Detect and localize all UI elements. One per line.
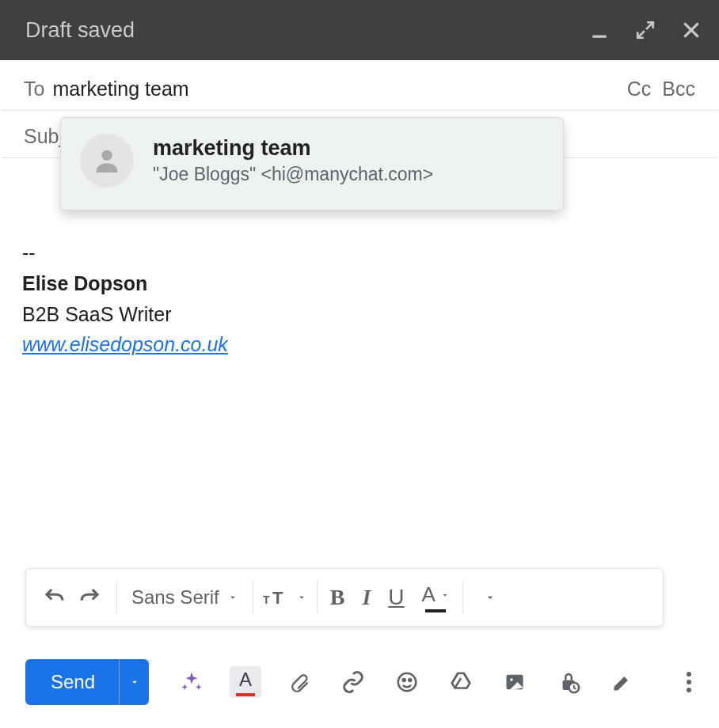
window-title: Draft saved: [25, 18, 135, 43]
svg-point-6: [409, 679, 411, 681]
color-bar: [425, 609, 446, 612]
font-family-label: Sans Serif: [131, 586, 219, 609]
undo-button[interactable]: [37, 580, 72, 615]
send-group: Send: [25, 659, 149, 705]
signature-title: B2B SaaS Writer: [22, 299, 697, 330]
sparkle-icon[interactable]: [176, 666, 207, 698]
separator: [317, 581, 318, 614]
text-color-tool[interactable]: A: [230, 666, 261, 698]
svg-point-8: [510, 678, 513, 681]
window-titlebar: Draft saved: [0, 0, 719, 60]
color-bar: [236, 693, 255, 696]
chevron-down-icon: [129, 677, 140, 688]
insert-signature-button[interactable]: [607, 666, 638, 698]
attach-file-button[interactable]: [283, 666, 315, 698]
confidential-mode-button[interactable]: [553, 666, 584, 698]
svg-point-13: [687, 688, 691, 692]
separator: [116, 581, 117, 614]
signature-separator: --: [22, 237, 697, 268]
italic-button[interactable]: I: [362, 585, 371, 610]
svg-point-4: [398, 673, 417, 692]
minimize-icon[interactable]: [589, 20, 610, 40]
send-options-button[interactable]: [119, 659, 149, 705]
font-size-select[interactable]: T T: [263, 586, 307, 609]
insert-photo-button[interactable]: [499, 666, 531, 698]
insert-emoji-button[interactable]: [391, 666, 423, 698]
formatting-toolbar: Sans Serif T T B I U A: [25, 568, 664, 627]
svg-text:T: T: [263, 593, 270, 606]
more-options-button[interactable]: [673, 666, 705, 698]
chevron-down-icon: [227, 592, 238, 603]
bold-button[interactable]: B: [330, 585, 345, 610]
text-color-letter: A: [422, 582, 436, 607]
more-formatting-button[interactable]: [473, 580, 508, 615]
text-size-icon: T T: [263, 586, 291, 609]
recipients-row[interactable]: To marketing team Cc Bcc: [2, 60, 717, 111]
window-controls: [589, 20, 702, 40]
chevron-down-icon: [296, 592, 307, 603]
suggestion-name: marketing team: [153, 136, 433, 161]
insert-drive-button[interactable]: [445, 666, 477, 698]
text-color-button[interactable]: A: [422, 582, 450, 612]
to-input[interactable]: marketing team: [52, 78, 188, 100]
signature-name: Elise Dopson: [22, 268, 697, 299]
underline-button[interactable]: U: [388, 585, 404, 610]
avatar: [80, 134, 134, 188]
send-button[interactable]: Send: [25, 659, 119, 705]
expand-icon[interactable]: [635, 20, 656, 40]
cc-button[interactable]: Cc: [627, 78, 652, 100]
svg-point-5: [403, 679, 405, 681]
svg-point-11: [687, 672, 691, 677]
text-letter: A: [239, 669, 252, 691]
separator: [253, 581, 253, 614]
separator: [462, 581, 463, 614]
svg-point-12: [687, 680, 691, 684]
to-label: To: [24, 78, 44, 100]
action-icons: A: [176, 666, 638, 698]
svg-text:T: T: [272, 588, 283, 608]
svg-rect-0: [592, 36, 606, 38]
insert-link-button[interactable]: [337, 666, 369, 698]
compose-action-bar: Send A: [25, 655, 705, 709]
recipient-suggestion[interactable]: marketing team "Joe Bloggs" <hi@manychat…: [60, 117, 564, 210]
font-family-select[interactable]: Sans Serif: [127, 586, 243, 609]
chevron-down-icon: [440, 590, 450, 600]
suggestion-text: marketing team "Joe Bloggs" <hi@manychat…: [153, 136, 433, 185]
redo-button[interactable]: [72, 580, 107, 615]
suggestion-detail: "Joe Bloggs" <hi@manychat.com>: [153, 164, 433, 185]
bcc-button[interactable]: Bcc: [662, 78, 695, 100]
signature-link[interactable]: www.elisedopson.co.uk: [22, 333, 228, 355]
close-icon[interactable]: [681, 20, 702, 40]
svg-point-1: [101, 150, 112, 161]
